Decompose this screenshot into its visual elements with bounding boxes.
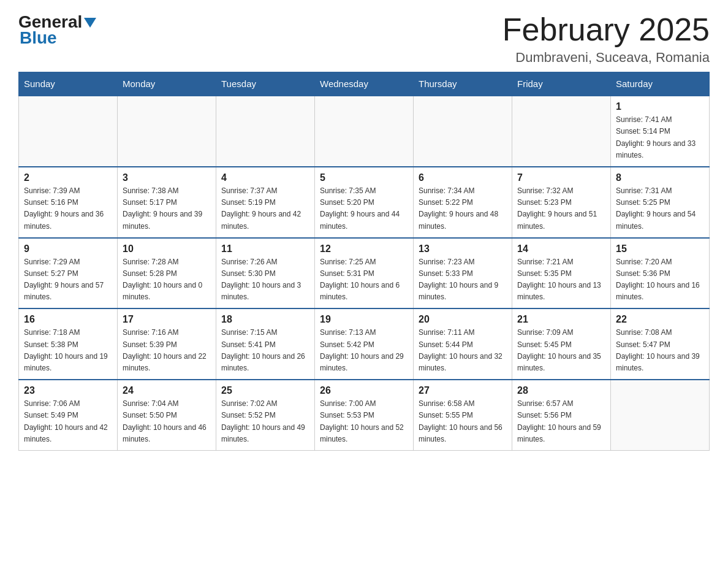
day-info: Sunrise: 7:04 AMSunset: 5:50 PMDaylight:…: [123, 398, 211, 445]
calendar-week-row: 23Sunrise: 7:06 AMSunset: 5:49 PMDayligh…: [19, 380, 710, 450]
day-info: Sunrise: 6:57 AMSunset: 5:56 PMDaylight:…: [517, 398, 605, 445]
day-number: 9: [24, 243, 112, 255]
calendar-week-row: 9Sunrise: 7:29 AMSunset: 5:27 PMDaylight…: [19, 238, 710, 309]
calendar-cell: 15Sunrise: 7:20 AMSunset: 5:36 PMDayligh…: [611, 238, 710, 309]
day-number: 6: [419, 172, 507, 183]
calendar-cell: [611, 380, 710, 450]
calendar-cell: 1Sunrise: 7:41 AMSunset: 5:14 PMDaylight…: [611, 96, 710, 167]
header-wednesday: Wednesday: [315, 72, 414, 96]
day-info: Sunrise: 7:15 AMSunset: 5:41 PMDaylight:…: [221, 327, 309, 374]
day-number: 22: [616, 314, 704, 325]
header-thursday: Thursday: [414, 72, 512, 96]
day-info: Sunrise: 7:23 AMSunset: 5:33 PMDaylight:…: [419, 256, 507, 304]
day-number: 13: [419, 243, 507, 255]
day-info: Sunrise: 7:41 AMSunset: 5:14 PMDaylight:…: [616, 114, 704, 161]
day-info: Sunrise: 7:20 AMSunset: 5:36 PMDaylight:…: [616, 256, 704, 304]
day-info: Sunrise: 7:09 AMSunset: 5:45 PMDaylight:…: [517, 327, 605, 374]
day-number: 15: [616, 243, 704, 255]
day-number: 28: [517, 385, 605, 396]
calendar-cell: 19Sunrise: 7:13 AMSunset: 5:42 PMDayligh…: [315, 308, 414, 380]
logo-blue-text: Blue: [18, 28, 96, 48]
days-of-week-row: Sunday Monday Tuesday Wednesday Thursday…: [19, 72, 710, 96]
calendar-cell: 16Sunrise: 7:18 AMSunset: 5:38 PMDayligh…: [19, 308, 118, 380]
day-number: 12: [320, 243, 408, 255]
day-number: 24: [123, 385, 211, 396]
day-info: Sunrise: 7:34 AMSunset: 5:22 PMDaylight:…: [419, 185, 507, 232]
day-info: Sunrise: 7:26 AMSunset: 5:30 PMDaylight:…: [221, 256, 309, 304]
day-number: 16: [24, 314, 112, 325]
calendar-week-row: 2Sunrise: 7:39 AMSunset: 5:16 PMDaylight…: [19, 167, 710, 238]
day-info: Sunrise: 7:39 AMSunset: 5:16 PMDaylight:…: [24, 185, 112, 232]
day-number: 1: [616, 101, 704, 112]
day-info: Sunrise: 7:28 AMSunset: 5:28 PMDaylight:…: [123, 256, 211, 304]
day-number: 26: [320, 385, 408, 396]
calendar-cell: 8Sunrise: 7:31 AMSunset: 5:25 PMDaylight…: [611, 167, 710, 238]
logo: General Blue: [18, 12, 96, 48]
calendar-cell: 28Sunrise: 6:57 AMSunset: 5:56 PMDayligh…: [512, 380, 611, 450]
calendar-cell: [118, 96, 216, 167]
calendar-cell: 9Sunrise: 7:29 AMSunset: 5:27 PMDaylight…: [19, 238, 118, 309]
day-info: Sunrise: 7:02 AMSunset: 5:52 PMDaylight:…: [221, 398, 309, 445]
day-info: Sunrise: 7:08 AMSunset: 5:47 PMDaylight:…: [616, 327, 704, 374]
calendar-cell: [216, 96, 315, 167]
day-number: 3: [123, 172, 211, 183]
day-info: Sunrise: 7:21 AMSunset: 5:35 PMDaylight:…: [517, 256, 605, 304]
calendar-cell: 23Sunrise: 7:06 AMSunset: 5:49 PMDayligh…: [19, 380, 118, 450]
location-subtitle: Dumbraveni, Suceava, Romania: [502, 50, 710, 66]
calendar-cell: 26Sunrise: 7:00 AMSunset: 5:53 PMDayligh…: [315, 380, 414, 450]
calendar-cell: 22Sunrise: 7:08 AMSunset: 5:47 PMDayligh…: [611, 308, 710, 380]
day-number: 27: [419, 385, 507, 396]
day-info: Sunrise: 7:25 AMSunset: 5:31 PMDaylight:…: [320, 256, 408, 304]
page-header: General Blue February 2025 Dumbraveni, S…: [18, 12, 710, 66]
day-number: 23: [24, 385, 112, 396]
day-number: 4: [221, 172, 309, 183]
calendar-cell: [315, 96, 414, 167]
calendar-cell: 20Sunrise: 7:11 AMSunset: 5:44 PMDayligh…: [414, 308, 512, 380]
header-sunday: Sunday: [19, 72, 118, 96]
day-number: 2: [24, 172, 112, 183]
calendar-cell: 27Sunrise: 6:58 AMSunset: 5:55 PMDayligh…: [414, 380, 512, 450]
calendar-cell: 17Sunrise: 7:16 AMSunset: 5:39 PMDayligh…: [118, 308, 216, 380]
calendar-cell: [19, 96, 118, 167]
calendar-cell: 21Sunrise: 7:09 AMSunset: 5:45 PMDayligh…: [512, 308, 611, 380]
calendar-week-row: 1Sunrise: 7:41 AMSunset: 5:14 PMDaylight…: [19, 96, 710, 167]
calendar-cell: 11Sunrise: 7:26 AMSunset: 5:30 PMDayligh…: [216, 238, 315, 309]
calendar-cell: 24Sunrise: 7:04 AMSunset: 5:50 PMDayligh…: [118, 380, 216, 450]
calendar-body: 1Sunrise: 7:41 AMSunset: 5:14 PMDaylight…: [19, 96, 710, 450]
day-info: Sunrise: 7:29 AMSunset: 5:27 PMDaylight:…: [24, 256, 112, 304]
day-number: 17: [123, 314, 211, 325]
day-info: Sunrise: 7:06 AMSunset: 5:49 PMDaylight:…: [24, 398, 112, 445]
calendar-cell: 4Sunrise: 7:37 AMSunset: 5:19 PMDaylight…: [216, 167, 315, 238]
day-info: Sunrise: 7:35 AMSunset: 5:20 PMDaylight:…: [320, 185, 408, 232]
header-tuesday: Tuesday: [216, 72, 315, 96]
calendar-cell: 5Sunrise: 7:35 AMSunset: 5:20 PMDaylight…: [315, 167, 414, 238]
day-number: 7: [517, 172, 605, 183]
day-number: 19: [320, 314, 408, 325]
calendar-cell: 10Sunrise: 7:28 AMSunset: 5:28 PMDayligh…: [118, 238, 216, 309]
day-number: 21: [517, 314, 605, 325]
calendar-cell: 25Sunrise: 7:02 AMSunset: 5:52 PMDayligh…: [216, 380, 315, 450]
day-number: 25: [221, 385, 309, 396]
calendar-cell: 18Sunrise: 7:15 AMSunset: 5:41 PMDayligh…: [216, 308, 315, 380]
day-number: 18: [221, 314, 309, 325]
day-number: 20: [419, 314, 507, 325]
calendar-table: Sunday Monday Tuesday Wednesday Thursday…: [18, 72, 710, 451]
header-saturday: Saturday: [611, 72, 710, 96]
calendar-cell: 12Sunrise: 7:25 AMSunset: 5:31 PMDayligh…: [315, 238, 414, 309]
day-number: 8: [616, 172, 704, 183]
calendar-cell: 7Sunrise: 7:32 AMSunset: 5:23 PMDaylight…: [512, 167, 611, 238]
calendar-cell: 3Sunrise: 7:38 AMSunset: 5:17 PMDaylight…: [118, 167, 216, 238]
calendar-cell: 13Sunrise: 7:23 AMSunset: 5:33 PMDayligh…: [414, 238, 512, 309]
day-number: 10: [123, 243, 211, 255]
calendar-cell: 6Sunrise: 7:34 AMSunset: 5:22 PMDaylight…: [414, 167, 512, 238]
day-info: Sunrise: 7:32 AMSunset: 5:23 PMDaylight:…: [517, 185, 605, 232]
day-info: Sunrise: 7:31 AMSunset: 5:25 PMDaylight:…: [616, 185, 704, 232]
day-number: 5: [320, 172, 408, 183]
calendar-week-row: 16Sunrise: 7:18 AMSunset: 5:38 PMDayligh…: [19, 308, 710, 380]
header-monday: Monday: [118, 72, 216, 96]
day-number: 14: [517, 243, 605, 255]
day-info: Sunrise: 7:18 AMSunset: 5:38 PMDaylight:…: [24, 327, 112, 374]
title-area: February 2025 Dumbraveni, Suceava, Roman…: [502, 12, 710, 66]
day-info: Sunrise: 6:58 AMSunset: 5:55 PMDaylight:…: [419, 398, 507, 445]
day-number: 11: [221, 243, 309, 255]
